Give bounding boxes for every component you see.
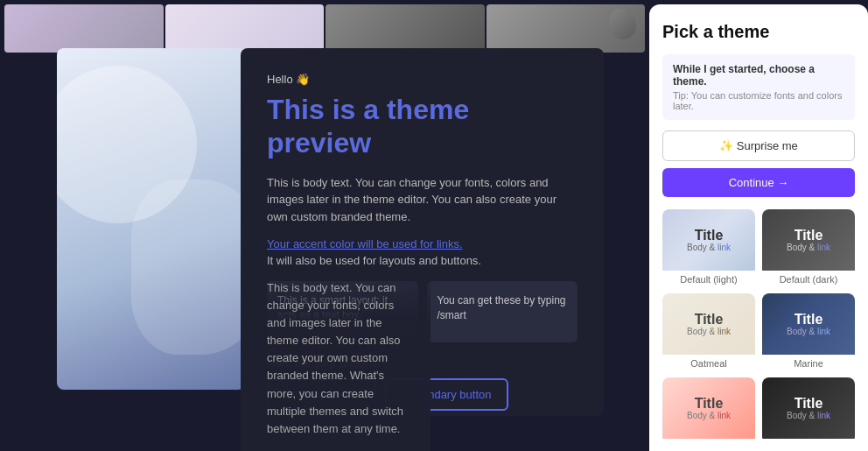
theme-label-coral bbox=[662, 439, 755, 444]
theme-link-dark: link bbox=[817, 243, 830, 252]
theme-title-coral: Title bbox=[695, 396, 724, 412]
tip-sub: Tip: You can customize fonts and colors … bbox=[673, 90, 844, 111]
strip-image-3 bbox=[326, 4, 485, 53]
preview-hello: Hello 👋 bbox=[267, 73, 578, 86]
continue-button[interactable]: Continue → bbox=[662, 168, 855, 197]
theme-preview-dark: Title Body & link bbox=[762, 209, 855, 271]
preview-title: This is a theme preview bbox=[267, 93, 578, 160]
theme-link-coral: link bbox=[718, 411, 731, 420]
theme-body-oatmeal: Body & link bbox=[687, 327, 731, 336]
theme-preview-darkbottom: Title Body & link bbox=[762, 377, 855, 439]
theme-body-coral: Body & link bbox=[687, 411, 731, 420]
theme-card-oatmeal[interactable]: Title Body & link Oatmeal bbox=[662, 293, 755, 370]
left-preview-area: Hello 👋 This is a theme preview This is … bbox=[0, 0, 649, 451]
tip-box: While I get started, choose a theme. Tip… bbox=[662, 54, 855, 120]
theme-card-dark[interactable]: Title Body & link Default (dark) bbox=[762, 209, 855, 286]
theme-title-light: Title bbox=[695, 228, 724, 243]
preview-link: Your accent color will be used for links… bbox=[267, 237, 578, 250]
theme-label-oatmeal: Oatmeal bbox=[662, 355, 755, 370]
theme-link-light: link bbox=[718, 243, 731, 252]
right-panel: Pick a theme While I get started, choose… bbox=[649, 4, 868, 451]
theme-title-dark: Title bbox=[794, 228, 823, 243]
preview-body: This is body text. You can change your f… bbox=[267, 174, 578, 226]
theme-label-light: Default (light) bbox=[662, 271, 755, 286]
theme-grid: Title Body & link Default (light) Title … bbox=[662, 209, 855, 444]
theme-label-dark: Default (dark) bbox=[762, 271, 855, 286]
panel-title: Pick a theme bbox=[662, 22, 855, 42]
sidebar-gradient-panel bbox=[57, 48, 245, 390]
theme-preview-light: Title Body & link bbox=[662, 209, 755, 271]
theme-card-light[interactable]: Title Body & link Default (light) bbox=[662, 209, 755, 286]
bottom-text-overlay: This is body text. You can change your f… bbox=[241, 262, 430, 451]
theme-body-dark: Body & link bbox=[787, 243, 830, 252]
strip-image-1 bbox=[4, 4, 164, 53]
theme-body-darkbottom: Body & link bbox=[787, 411, 830, 420]
smart-box-2: You can get these by typing /smart bbox=[427, 281, 578, 342]
theme-link-oatmeal: link bbox=[718, 327, 731, 336]
theme-card-darkbottom[interactable]: Title Body & link bbox=[762, 377, 855, 444]
theme-label-darkbottom bbox=[762, 439, 855, 444]
theme-body-light: Body & link bbox=[687, 243, 731, 252]
theme-title-oatmeal: Title bbox=[695, 312, 724, 328]
image-strip bbox=[0, 0, 649, 53]
theme-card-marine[interactable]: Title Body & link Marine bbox=[762, 293, 855, 370]
theme-preview-coral: Title Body & link bbox=[662, 377, 755, 439]
theme-body-marine: Body & link bbox=[787, 327, 830, 336]
theme-preview-oatmeal: Title Body & link bbox=[662, 293, 755, 355]
theme-title-marine: Title bbox=[794, 312, 823, 328]
theme-title-darkbottom: Title bbox=[794, 396, 823, 412]
theme-link-darkbottom: link bbox=[817, 411, 830, 420]
theme-preview-marine: Title Body & link bbox=[762, 293, 855, 355]
theme-card-coral[interactable]: Title Body & link bbox=[662, 377, 755, 444]
theme-link-marine: link bbox=[817, 327, 830, 336]
surprise-button[interactable]: ✨ Surprise me bbox=[662, 130, 855, 161]
strip-image-2 bbox=[165, 4, 325, 53]
tip-main: While I get started, choose a theme. bbox=[673, 63, 844, 88]
theme-label-marine: Marine bbox=[762, 355, 855, 370]
